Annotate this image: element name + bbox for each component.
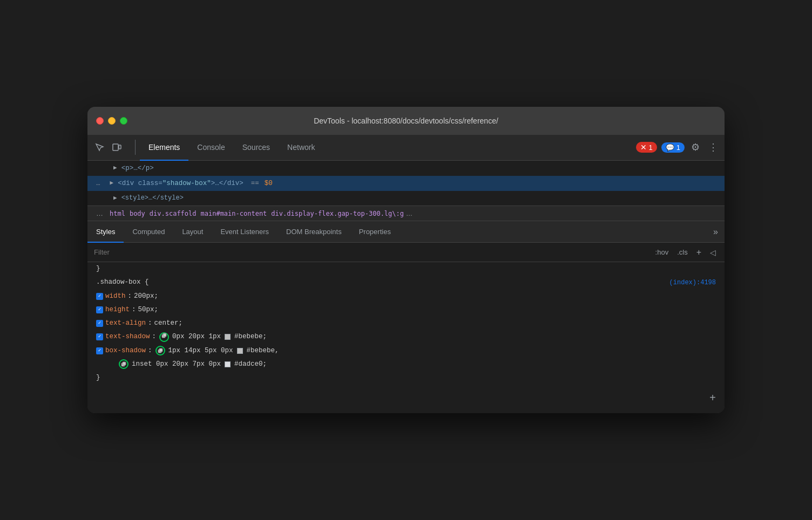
- css-checkbox-width[interactable]: [96, 293, 103, 300]
- css-value-box-shadow-color-2[interactable]: #dadce0;: [234, 359, 267, 370]
- breadcrumb-main[interactable]: main#main-content: [201, 210, 267, 217]
- toolbar-divider: [135, 140, 136, 155]
- css-rule-height: height : 50px;: [87, 303, 725, 317]
- styles-tab-computed[interactable]: Computed: [124, 222, 173, 243]
- css-prop-text-align[interactable]: text-align: [105, 318, 146, 329]
- dom-row-p[interactable]: ▶ <p>…</p>: [87, 161, 725, 176]
- styles-tabs: Styles Computed Layout Event Listeners D…: [87, 221, 725, 243]
- css-value-box-shadow-color-1[interactable]: #bebebe,: [247, 345, 279, 357]
- dom-section: ▶ <p>…</p> … ▶ <div class="shadow-box">……: [87, 161, 725, 206]
- css-prop-width[interactable]: width: [105, 291, 126, 302]
- css-checkbox-text-shadow[interactable]: [96, 333, 103, 340]
- css-value-box-shadow-inset: inset 0px 20px 7px 0px: [132, 359, 221, 370]
- tab-network[interactable]: Network: [279, 135, 323, 161]
- css-prop-box-shadow[interactable]: box-shadow: [105, 345, 146, 357]
- css-content: } .shadow-box { (index):4198 width : 200…: [87, 262, 725, 413]
- box-shadow-copy-icon-1[interactable]: [155, 346, 165, 355]
- css-checkbox-text-align[interactable]: [96, 320, 103, 327]
- arrow-icon-2: ▶: [110, 179, 114, 188]
- styles-tab-properties[interactable]: Properties: [350, 222, 400, 243]
- svg-rect-0: [113, 144, 118, 150]
- breadcrumb-more: …: [406, 210, 412, 217]
- traffic-lights: [96, 117, 127, 125]
- tab-console[interactable]: Console: [188, 135, 233, 161]
- tab-elements[interactable]: Elements: [140, 135, 188, 161]
- svg-rect-1: [119, 145, 121, 149]
- css-value-text-align[interactable]: center;: [154, 318, 183, 329]
- cls-button[interactable]: .cls: [675, 247, 690, 257]
- css-prop-height[interactable]: height: [105, 304, 130, 316]
- css-selector-line: .shadow-box { (index):4198: [87, 276, 725, 289]
- styles-tab-dom-breakpoints[interactable]: DOM Breakpoints: [278, 222, 350, 243]
- css-rule-box-shadow: box-shadow : 1px 14px 5px 0px #bebebe,: [87, 344, 725, 358]
- filter-input[interactable]: [94, 248, 649, 256]
- maximize-button[interactable]: [120, 117, 127, 125]
- css-closing-brace: }: [87, 371, 725, 385]
- collapse-icon[interactable]: ◁: [708, 247, 718, 258]
- filter-actions: :hov .cls + ◁: [653, 247, 718, 258]
- window-title: DevTools - localhost:8080/docs/devtools/…: [314, 117, 498, 125]
- svg-rect-5: [159, 348, 163, 352]
- tabs-nav: Elements Console Sources Network: [140, 135, 636, 160]
- css-prop-text-shadow[interactable]: text-shadow: [105, 331, 150, 343]
- styles-tab-styles[interactable]: Styles: [87, 222, 124, 243]
- styles-tab-layout[interactable]: Layout: [173, 222, 212, 243]
- css-rule-width: width : 200px;: [87, 290, 725, 303]
- breadcrumb-html[interactable]: html: [110, 210, 125, 217]
- svg-rect-7: [123, 362, 126, 365]
- dom-p-tag: <p>…</p>: [121, 163, 154, 174]
- message-badge[interactable]: 💬 1: [661, 142, 685, 153]
- svg-rect-3: [163, 333, 166, 337]
- toolbar-icons: [92, 140, 124, 155]
- add-rule-button[interactable]: +: [709, 392, 716, 405]
- css-value-height[interactable]: 50px;: [138, 304, 159, 316]
- more-icon[interactable]: ⋮: [706, 139, 720, 155]
- breadcrumb-bar: … html body div.scaffold main#main-conte…: [87, 206, 725, 221]
- css-source-link[interactable]: (index):4198: [669, 277, 716, 288]
- close-button[interactable]: [96, 117, 104, 125]
- arrow-icon-3: ▶: [113, 194, 117, 203]
- breadcrumb-div[interactable]: div.display-flex.gap-top-300.lg\:g: [271, 210, 404, 217]
- css-rule-text-align: text-align : center;: [87, 317, 725, 330]
- css-rule-box-shadow-inset: inset 0px 20px 7px 0px #dadce0;: [87, 358, 725, 371]
- dom-style-partial: <style>…</style>: [121, 193, 184, 203]
- css-value-box-shadow-pre: 1px 14px 5px 0px: [168, 345, 233, 357]
- title-bar: DevTools - localhost:8080/docs/devtools/…: [87, 107, 725, 135]
- css-value-text-shadow-pre: 0px 20px 1px: [172, 331, 221, 343]
- css-checkbox-height[interactable]: [96, 306, 103, 313]
- box-shadow-color-swatch-1[interactable]: [237, 348, 243, 354]
- filter-bar: :hov .cls + ◁: [87, 243, 725, 262]
- breadcrumb-body[interactable]: body: [130, 210, 145, 217]
- add-style-button[interactable]: +: [694, 247, 703, 258]
- dom-eq: ==: [251, 178, 259, 189]
- box-shadow-copy-icon-2[interactable]: [119, 359, 128, 369]
- text-shadow-color-swatch[interactable]: [225, 334, 231, 340]
- breadcrumb-dots: …: [96, 209, 103, 217]
- arrow-icon: ▶: [113, 163, 117, 173]
- toolbar-right: ✕ 1 💬 1 ⚙ ⋮: [636, 139, 720, 155]
- css-value-text-shadow-color[interactable]: #bebebe;: [234, 331, 267, 343]
- css-rule-text-shadow: text-shadow : 0px 20px 1px #bebebe;: [87, 330, 725, 344]
- css-checkbox-box-shadow[interactable]: [96, 347, 103, 354]
- css-selector-text[interactable]: .shadow-box {: [96, 277, 149, 288]
- css-closing-brace-prev: }: [87, 262, 725, 276]
- tab-sources[interactable]: Sources: [234, 135, 279, 161]
- devtools-toolbar: Elements Console Sources Network ✕ 1 💬 1…: [87, 135, 725, 161]
- error-badge[interactable]: ✕ 1: [636, 142, 657, 153]
- hov-button[interactable]: :hov: [653, 247, 671, 257]
- dom-dollar: $0: [265, 178, 273, 189]
- devtools-window: DevTools - localhost:8080/docs/devtools/…: [87, 107, 725, 413]
- device-icon[interactable]: [109, 140, 124, 155]
- dom-div-tag: <div class="shadow-box">…</div>: [118, 178, 243, 189]
- box-shadow-color-swatch-2[interactable]: [225, 361, 231, 367]
- text-shadow-copy-icon[interactable]: [159, 332, 169, 342]
- styles-more-icon[interactable]: »: [707, 227, 725, 237]
- settings-icon[interactable]: ⚙: [689, 139, 702, 155]
- inspect-icon[interactable]: [92, 140, 107, 155]
- minimize-button[interactable]: [108, 117, 116, 125]
- dom-row-div[interactable]: … ▶ <div class="shadow-box">…</div> == $…: [87, 176, 725, 191]
- css-value-width[interactable]: 200px;: [134, 291, 158, 302]
- dom-row-style[interactable]: ▶ <style>…</style>: [87, 191, 725, 206]
- breadcrumb-scaffold[interactable]: div.scaffold: [150, 210, 197, 217]
- styles-tab-event-listeners[interactable]: Event Listeners: [212, 222, 278, 243]
